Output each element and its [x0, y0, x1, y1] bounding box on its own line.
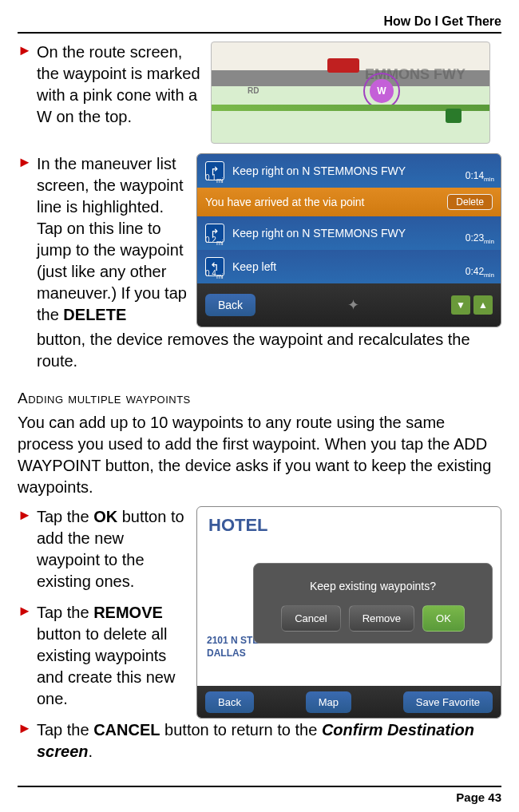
address-text: 2101 N STEDALLAS — [207, 635, 259, 660]
maneuver-row[interactable]: ↱ Keep right on N STEMMONS FWY 0.2mi 0:2… — [197, 216, 501, 250]
back-button[interactable]: Back — [205, 691, 254, 713]
footer-bar: Back ✦ ▼ ▲ — [197, 283, 501, 327]
map-button[interactable]: Map — [306, 691, 351, 713]
distance-label: 0.2mi — [205, 236, 224, 247]
maneuver-text: You have arrived at the via point — [205, 196, 365, 208]
dialog-screenshot: HOTEL 2101 N STEDALLAS Keep existing way… — [196, 506, 501, 719]
page-footer: Page 43 — [18, 786, 501, 812]
delete-button[interactable]: Delete — [447, 194, 493, 210]
dialog-title: HOTEL — [197, 507, 501, 544]
back-button[interactable]: Back — [205, 294, 256, 316]
distance-label: 0.4mi — [205, 269, 224, 280]
maneuver-text: Keep right on N STEMMONS FWY — [232, 227, 406, 240]
maneuver-row[interactable]: ↱ Keep right on N STEMMONS FWY 0.1mi 0:1… — [197, 154, 501, 188]
bullet-text: Tap the OK button to add the new waypoin… — [37, 506, 188, 592]
confirm-dialog: Keep existing waypoints? Cancel Remove O… — [253, 563, 493, 644]
body-paragraph: You can add up to 10 waypoints to any ro… — [18, 412, 501, 498]
cancel-button[interactable]: Cancel — [281, 605, 340, 632]
maneuver-text: Keep right on N STEMMONS FWY — [232, 164, 406, 177]
bullet-arrow-icon: ► — [18, 42, 37, 144]
bullet-continuation: button, the device removes the waypoint … — [18, 329, 501, 372]
bullet-group: ► Tap the OK button to add the new waypo… — [18, 506, 501, 719]
time-label: 0:14min — [466, 170, 494, 183]
maneuver-text: Keep left — [232, 260, 276, 273]
bullet-text: In the maneuver list screen, the waypoin… — [37, 153, 190, 327]
highway-shield-icon — [446, 109, 462, 123]
time-label: 0:23min — [466, 232, 494, 245]
bullet-item: ► Tap the OK button to add the new waypo… — [18, 506, 190, 592]
route-screen-screenshot: EMMONS FWY RD W — [211, 42, 490, 144]
scroll-up-button[interactable]: ▲ — [473, 295, 493, 315]
bullet-text: Tap the CANCEL button to return to the C… — [37, 719, 501, 762]
distance-label: 0.1mi — [205, 173, 224, 184]
bullet-item: ► In the maneuver list screen, the waypo… — [18, 153, 501, 327]
remove-button[interactable]: Remove — [349, 605, 414, 632]
bullet-item: ► On the route screen, the waypoint is m… — [18, 42, 501, 144]
ok-button[interactable]: OK — [422, 605, 465, 632]
maneuver-row[interactable]: ↰ Keep left 0.4mi 0:42min — [197, 250, 501, 283]
star-icon: ✦ — [347, 296, 359, 314]
section-heading: Adding multiple waypoints — [18, 390, 501, 407]
bullet-arrow-icon: ► — [18, 719, 37, 762]
bullet-item: ► Tap the CANCEL button to return to the… — [18, 719, 501, 762]
bullet-item: ► Tap the REMOVE button to delete all ex… — [18, 602, 190, 710]
vehicle-icon — [327, 58, 359, 73]
rd-label: RD — [248, 86, 259, 95]
time-label: 0:42min — [466, 266, 494, 279]
bullet-text: Tap the REMOVE button to delete all exis… — [37, 602, 188, 710]
maneuver-row-highlighted[interactable]: You have arrived at the via point Delete — [197, 188, 501, 216]
dialog-question: Keep existing waypoints? — [265, 580, 481, 592]
footer-bar: Back Map Save Favorite — [197, 686, 501, 718]
bullet-text: On the route screen, the waypoint is mar… — [37, 42, 204, 144]
maneuver-list-screenshot: ↱ Keep right on N STEMMONS FWY 0.1mi 0:1… — [196, 153, 501, 327]
bullet-arrow-icon: ► — [18, 602, 37, 710]
bullet-arrow-icon: ► — [18, 506, 37, 592]
save-favorite-button[interactable]: Save Favorite — [403, 691, 493, 713]
scroll-down-button[interactable]: ▼ — [451, 295, 470, 315]
bullet-arrow-icon: ► — [18, 153, 37, 327]
page: How Do I Get There ► On the route screen… — [0, 0, 519, 812]
page-header: How Do I Get There — [18, 14, 501, 34]
